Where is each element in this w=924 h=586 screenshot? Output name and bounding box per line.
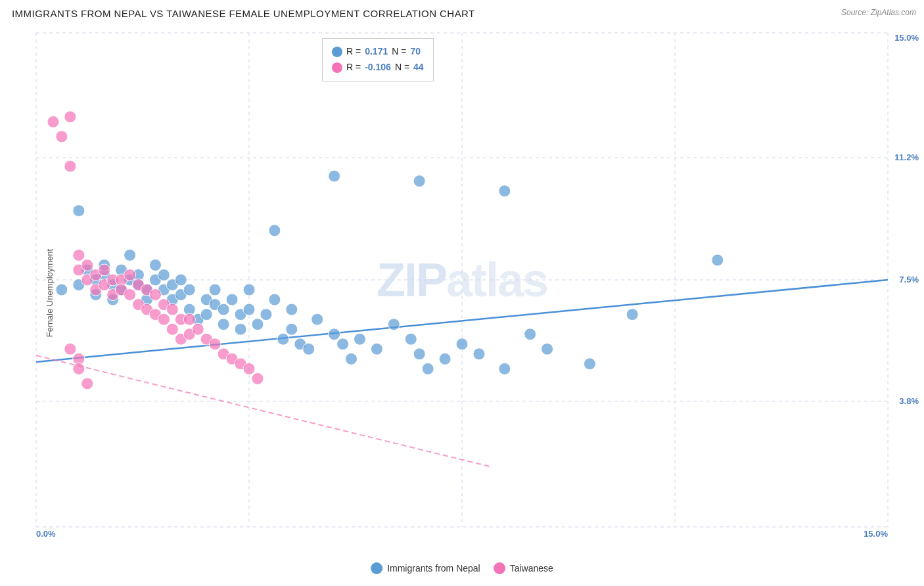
svg-point-67 [413, 348, 425, 360]
svg-point-30 [149, 259, 161, 271]
footer-item-nepal: Immigrants from Nepal [371, 562, 480, 574]
svg-point-82 [73, 205, 85, 217]
svg-point-45 [218, 319, 229, 330]
svg-point-78 [413, 175, 425, 187]
x-tick-0: 0.0% [36, 529, 56, 539]
svg-point-121 [243, 363, 255, 374]
svg-point-71 [473, 348, 485, 360]
svg-point-54 [277, 333, 289, 345]
svg-point-86 [64, 160, 76, 172]
plot-area: ZIPatlas [36, 33, 888, 527]
svg-point-85 [56, 131, 68, 143]
svg-point-44 [218, 304, 229, 315]
svg-point-58 [303, 343, 315, 355]
svg-point-63 [354, 333, 365, 345]
dots-svg [36, 33, 888, 527]
svg-point-123 [64, 343, 76, 355]
svg-point-110 [166, 323, 178, 335]
svg-point-87 [73, 249, 85, 261]
footer-pink-swatch [494, 562, 505, 574]
svg-point-74 [542, 343, 553, 355]
svg-point-81 [269, 225, 281, 237]
svg-point-60 [329, 328, 340, 340]
svg-point-66 [405, 333, 417, 345]
y-tick-38: 3.8% [899, 396, 919, 406]
svg-point-115 [192, 323, 204, 335]
svg-point-77 [329, 170, 340, 182]
svg-point-48 [235, 323, 246, 335]
svg-point-79 [499, 185, 511, 197]
svg-point-49 [243, 284, 255, 296]
svg-point-117 [209, 338, 221, 350]
svg-point-84 [64, 111, 76, 123]
svg-point-125 [73, 363, 85, 374]
svg-point-35 [175, 274, 187, 286]
svg-point-75 [584, 358, 595, 370]
svg-point-62 [346, 353, 358, 365]
svg-point-80 [712, 254, 724, 266]
x-tick-15: 15.0% [864, 529, 888, 539]
svg-point-41 [200, 309, 212, 321]
y-tick-112: 11.2% [894, 152, 919, 162]
svg-point-37 [183, 284, 195, 296]
svg-point-108 [158, 313, 170, 325]
svg-point-52 [260, 309, 272, 321]
svg-point-94 [99, 264, 110, 276]
svg-point-126 [81, 378, 93, 390]
svg-point-64 [371, 343, 382, 355]
footer-legend: Immigrants from Nepal Taiwanese [371, 562, 553, 574]
source-text: Source: ZipAtlas.com [841, 8, 916, 17]
svg-point-70 [456, 338, 468, 350]
footer-nepal-label: Immigrants from Nepal [387, 563, 480, 574]
svg-point-99 [124, 269, 136, 281]
svg-point-109 [166, 304, 178, 315]
svg-point-76 [626, 309, 638, 321]
svg-point-50 [243, 304, 255, 315]
svg-point-90 [81, 259, 93, 271]
svg-point-61 [337, 338, 349, 350]
chart-title: IMMIGRANTS FROM NEPAL VS TAIWANESE FEMAL… [12, 8, 475, 19]
svg-point-73 [524, 328, 536, 340]
svg-point-105 [149, 289, 161, 301]
y-tick-75: 7.5% [899, 275, 919, 284]
svg-point-32 [158, 269, 170, 281]
svg-point-68 [422, 363, 434, 374]
chart-container: IMMIGRANTS FROM NEPAL VS TAIWANESE FEMAL… [0, 0, 924, 586]
svg-point-69 [439, 353, 451, 365]
svg-point-72 [499, 363, 511, 374]
footer-taiwanese-label: Taiwanese [510, 563, 553, 574]
svg-point-46 [226, 294, 238, 305]
svg-point-12 [56, 284, 68, 296]
svg-point-55 [286, 304, 298, 315]
svg-point-23 [124, 249, 136, 261]
svg-point-83 [47, 116, 59, 127]
svg-point-122 [252, 372, 264, 384]
footer-item-taiwanese: Taiwanese [494, 562, 553, 574]
svg-point-56 [286, 323, 298, 335]
svg-point-113 [183, 313, 195, 325]
svg-point-65 [388, 319, 400, 330]
svg-point-100 [124, 289, 136, 301]
svg-point-51 [252, 319, 264, 330]
footer-blue-swatch [371, 562, 382, 574]
svg-point-53 [269, 294, 281, 305]
y-tick-15: 15.0% [894, 33, 919, 43]
svg-point-42 [209, 284, 221, 296]
svg-point-59 [312, 313, 323, 325]
